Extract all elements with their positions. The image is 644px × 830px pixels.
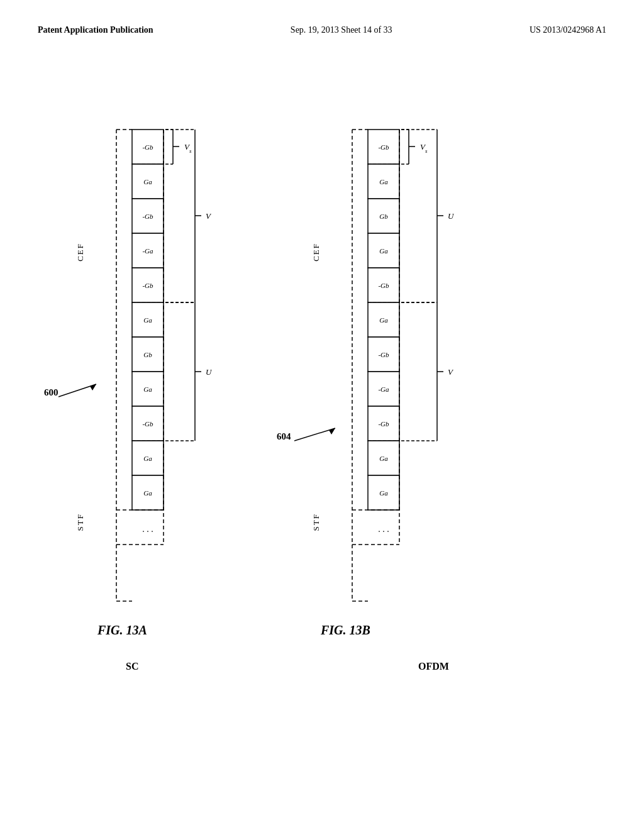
svg-text:Ga: Ga	[143, 385, 152, 393]
svg-text:Ga: Ga	[379, 489, 388, 497]
svg-text:Ga: Ga	[379, 178, 388, 185]
fig13a-cef-label: CEF	[75, 243, 86, 262]
svg-text:Vs: Vs	[184, 142, 192, 154]
fig13b-mode: OFDM	[418, 661, 449, 672]
diagram-area: -Gb Ga -Gb -Ga -Gb Ga Gb Ga -Gb	[0, 48, 644, 771]
fig13a-arrow	[58, 381, 109, 400]
svg-text:-Gb: -Gb	[378, 143, 389, 151]
fig13a-ref: 600	[44, 387, 58, 398]
publication-title: Patent Application Publication	[38, 25, 153, 35]
fig13a-stf-label: STF	[75, 513, 86, 531]
svg-text:Ga: Ga	[379, 455, 388, 462]
svg-text:Ga: Ga	[143, 455, 152, 462]
fig13b-stf-label: STF	[311, 513, 321, 531]
svg-text:Gb: Gb	[379, 213, 388, 220]
fig13a-diagram: -Gb Ga -Gb -Ga -Gb Ga Gb Ga -Gb	[97, 123, 362, 639]
svg-text:Ga: Ga	[379, 316, 388, 324]
svg-text:V: V	[206, 211, 212, 221]
fig13a-mode: SC	[126, 661, 138, 672]
fig13a-label: FIG. 13A	[97, 623, 147, 638]
svg-text:U: U	[448, 211, 455, 221]
svg-text:Vs: Vs	[420, 142, 428, 154]
fig13b-label: FIG. 13B	[321, 623, 370, 638]
svg-text:. . .: . . .	[378, 524, 389, 534]
fig13b-ref: 604	[277, 431, 291, 442]
svg-text:-Gb: -Gb	[378, 351, 389, 358]
svg-marker-103	[329, 428, 335, 434]
svg-text:U: U	[206, 367, 213, 377]
svg-text:-Gb: -Gb	[378, 420, 389, 428]
publication-number: US 2013/0242968 A1	[530, 25, 606, 35]
svg-text:Ga: Ga	[143, 316, 152, 324]
svg-text:-Ga: -Ga	[142, 247, 153, 255]
svg-text:-Gb: -Gb	[142, 143, 153, 151]
svg-text:Ga: Ga	[143, 489, 152, 497]
svg-text:. . .: . . .	[142, 524, 153, 534]
svg-text:Ga: Ga	[379, 247, 388, 255]
fig13b-arrow	[294, 425, 348, 444]
svg-text:-Ga: -Ga	[378, 385, 389, 393]
svg-text:V: V	[448, 367, 454, 377]
svg-text:-Gb: -Gb	[142, 213, 153, 220]
fig13b-diagram: -Gb Ga Gb Ga -Gb Ga -Gb -Ga -Gb	[333, 123, 616, 639]
svg-text:-Gb: -Gb	[378, 282, 389, 289]
fig13b-cef-label: CEF	[311, 243, 321, 262]
svg-text:Ga: Ga	[143, 178, 152, 185]
publication-date-sheet: Sep. 19, 2013 Sheet 14 of 33	[291, 25, 392, 35]
svg-text:-Gb: -Gb	[142, 420, 153, 428]
svg-marker-51	[90, 384, 96, 390]
svg-text:Gb: Gb	[143, 351, 152, 358]
page-header: Patent Application Publication Sep. 19, …	[0, 0, 644, 48]
svg-text:-Gb: -Gb	[142, 282, 153, 289]
